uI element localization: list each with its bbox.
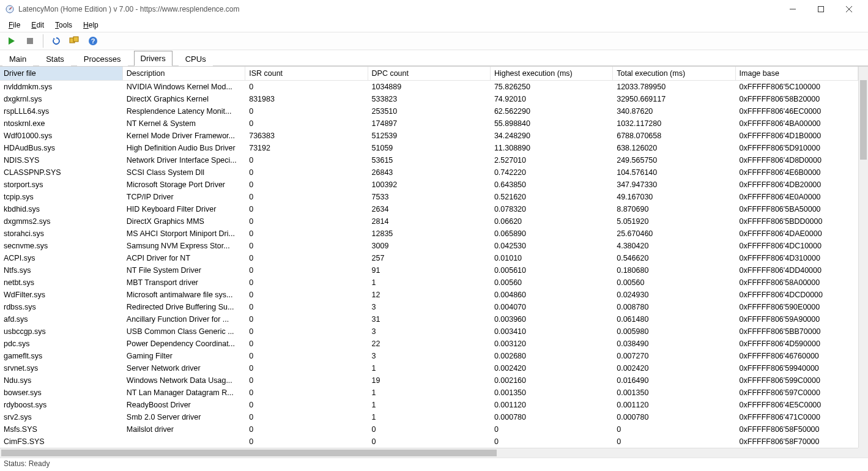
- table-row[interactable]: srvnet.sysServer Network driver010.00242…: [0, 362, 858, 374]
- table-row[interactable]: Ntfs.sysNT File System Driver0910.005610…: [0, 264, 858, 276]
- table-row[interactable]: secnvme.sysSamsung NVM Express Stor...03…: [0, 240, 858, 252]
- table-row[interactable]: kbdhid.sysHID Keyboard Filter Driver0263…: [0, 203, 858, 215]
- table-row[interactable]: bowser.sysNT Lan Manager Datagram R...01…: [0, 387, 858, 399]
- table-cell: 0xFFFFF806'5D910000: [735, 142, 858, 154]
- svg-text:?: ?: [91, 37, 95, 45]
- stop-button[interactable]: [22, 33, 38, 49]
- table-cell: 0.521620: [490, 191, 612, 203]
- vertical-scrollbar[interactable]: [858, 67, 868, 448]
- menu-tools[interactable]: Tools: [50, 20, 77, 31]
- table-cell: 3009: [368, 240, 490, 252]
- maximize-button[interactable]: [807, 0, 835, 18]
- tab-processes[interactable]: Processes: [77, 51, 128, 66]
- menu-edit[interactable]: Edit: [26, 20, 49, 31]
- table-cell: MS AHCI Storport Miniport Dri...: [122, 228, 245, 240]
- refresh-button[interactable]: [48, 33, 64, 49]
- table-row[interactable]: CLASSPNP.SYSSCSI Class System Dll0268430…: [0, 166, 858, 179]
- table-cell: 0.038490: [613, 338, 735, 350]
- table-row[interactable]: HDAudBus.sysHigh Definition Audio Bus Dr…: [0, 142, 858, 154]
- table-cell: 0xFFFFF806'4D8D0000: [735, 154, 858, 166]
- table-row[interactable]: Msfs.SYSMailslot driver00000xFFFFF806'58…: [0, 423, 858, 436]
- table-cell: 49.167030: [613, 191, 735, 203]
- table-cell: 0xFFFFF806'4DD40000: [735, 264, 858, 276]
- column-header[interactable]: Description: [122, 67, 245, 81]
- table-row[interactable]: dxgmms2.sysDirectX Graphics MMS028140.06…: [0, 215, 858, 228]
- column-header[interactable]: ISR count: [245, 67, 368, 81]
- table-cell: afd.sys: [0, 313, 122, 325]
- svg-rect-5: [73, 37, 78, 42]
- vertical-scroll-thumb[interactable]: [860, 80, 867, 160]
- table-cell: 0.180680: [613, 264, 735, 276]
- table-cell: 0: [245, 203, 368, 215]
- table-row[interactable]: afd.sysAncillary Function Driver for ...…: [0, 313, 858, 325]
- menu-help[interactable]: Help: [78, 20, 103, 31]
- column-header[interactable]: Driver file: [0, 67, 122, 81]
- table-cell: 0: [245, 374, 368, 387]
- table-row[interactable]: pdc.sysPower Dependency Coordinat...0220…: [0, 338, 858, 350]
- table-row[interactable]: CimFS.SYS00000xFFFFF806'58F70000: [0, 436, 858, 448]
- table-row[interactable]: rspLLL64.sysResplendence Latency Monit..…: [0, 105, 858, 117]
- table-cell: 104.576140: [613, 166, 735, 179]
- table-cell: 0xFFFFF806'4D310000: [735, 252, 858, 264]
- svg-rect-2: [818, 6, 824, 12]
- table-row[interactable]: WdFilter.sysMicrosoft antimalware file s…: [0, 289, 858, 301]
- table-row[interactable]: tcpip.sysTCP/IP Driver075330.52162049.16…: [0, 191, 858, 203]
- column-header[interactable]: Total execution (ms): [613, 67, 735, 81]
- table-cell: Microsoft Storage Port Driver: [122, 179, 245, 191]
- table-cell: 62.562290: [490, 105, 612, 117]
- column-header[interactable]: Image base: [735, 67, 858, 81]
- table-row[interactable]: nvlddmkm.sysNVIDIA Windows Kernel Mod...…: [0, 81, 858, 93]
- table-cell: 0.001120: [490, 399, 612, 411]
- table-cell: rdbss.sys: [0, 301, 122, 313]
- tab-main[interactable]: Main: [2, 51, 33, 66]
- tab-stats[interactable]: Stats: [39, 51, 71, 66]
- table-cell: gameflt.sys: [0, 350, 122, 362]
- table-cell: 0: [245, 252, 368, 264]
- table-row[interactable]: gameflt.sysGaming Filter030.0026800.0072…: [0, 350, 858, 362]
- table-row[interactable]: rdbss.sysRedirected Drive Buffering Su..…: [0, 301, 858, 313]
- table-cell: 1: [368, 387, 490, 399]
- table-cell: 2.527010: [490, 154, 612, 166]
- table-row[interactable]: NDIS.SYSNetwork Driver Interface Speci..…: [0, 154, 858, 166]
- table-container: Driver fileDescriptionISR countDPC count…: [0, 66, 868, 458]
- close-button[interactable]: [835, 0, 863, 18]
- horizontal-scrollbar[interactable]: [0, 448, 858, 458]
- tab-drivers[interactable]: Drivers: [134, 51, 172, 66]
- table-cell: 0: [245, 411, 368, 423]
- table-cell: 0: [368, 423, 490, 436]
- table-row[interactable]: dxgkrnl.sysDirectX Graphics Kernel831983…: [0, 93, 858, 105]
- table-cell: NT Lan Manager Datagram R...: [122, 387, 245, 399]
- table-cell: secnvme.sys: [0, 240, 122, 252]
- table-row[interactable]: Ndu.sysWindows Network Data Usag...0190.…: [0, 374, 858, 387]
- table-row[interactable]: storahci.sysMS AHCI Storport Miniport Dr…: [0, 228, 858, 240]
- table-row[interactable]: rdyboost.sysReadyBoost Driver010.0011200…: [0, 399, 858, 411]
- horizontal-scroll-thumb[interactable]: [1, 450, 497, 456]
- table-cell: 0xFFFFF806'4D590000: [735, 338, 858, 350]
- table-cell: dxgmms2.sys: [0, 215, 122, 228]
- table-row[interactable]: Wdf01000.sysKernel Mode Driver Framewor.…: [0, 130, 858, 142]
- column-header[interactable]: Highest execution (ms): [490, 67, 612, 81]
- table-cell: 75.826250: [490, 81, 612, 93]
- table-row[interactable]: ACPI.sysACPI Driver for NT02570.010100.5…: [0, 252, 858, 264]
- table-row[interactable]: netbt.sysMBT Transport driver010.005600.…: [0, 276, 858, 289]
- menu-file[interactable]: File: [4, 20, 25, 31]
- table-cell: 91: [368, 264, 490, 276]
- column-header[interactable]: DPC count: [368, 67, 490, 81]
- table-cell: NT File System Driver: [122, 264, 245, 276]
- select-all-button[interactable]: [67, 33, 83, 49]
- table-cell: 0: [245, 423, 368, 436]
- help-button[interactable]: ?: [85, 33, 101, 49]
- tab-cpus[interactable]: CPUs: [179, 51, 213, 66]
- table-row[interactable]: srv2.sysSmb 2.0 Server driver010.0007800…: [0, 411, 858, 423]
- table-cell: 7533: [368, 191, 490, 203]
- minimize-button[interactable]: [779, 0, 807, 18]
- table-cell: 0xFFFFF806'46EC0000: [735, 105, 858, 117]
- table-row[interactable]: storport.sysMicrosoft Storage Port Drive…: [0, 179, 858, 191]
- table-row[interactable]: ntoskrnl.exeNT Kernel & System017489755.…: [0, 117, 858, 130]
- table-cell: 0.061480: [613, 313, 735, 325]
- table-row[interactable]: usbccgp.sysUSB Common Class Generic ...0…: [0, 325, 858, 338]
- play-button[interactable]: [4, 33, 20, 49]
- table-cell: 512539: [368, 130, 490, 142]
- table-cell: 0.005610: [490, 264, 612, 276]
- table-cell: 0: [245, 228, 368, 240]
